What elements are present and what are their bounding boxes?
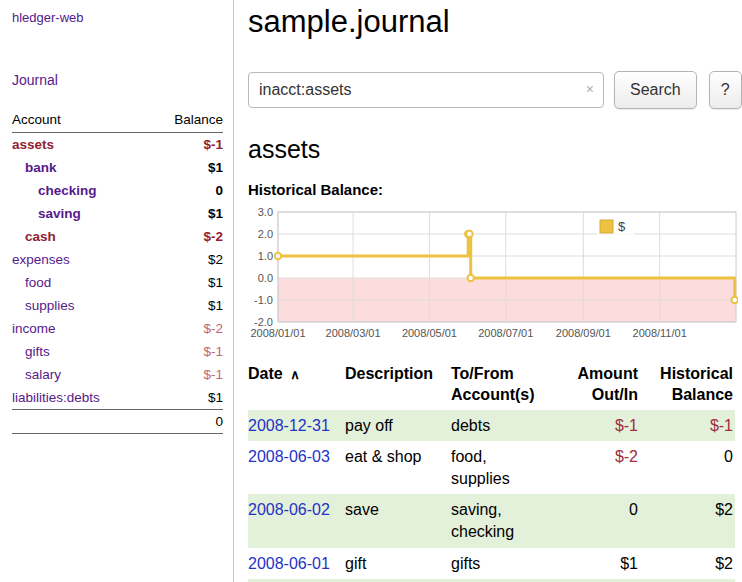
help-button[interactable]: ?	[709, 71, 742, 109]
search-input[interactable]	[248, 72, 604, 108]
transaction-date-link[interactable]: 2008-12-31	[248, 417, 330, 434]
account-row: bank$1	[12, 156, 223, 179]
transaction-date-link[interactable]: 2008-06-01	[248, 555, 330, 572]
transaction-date-cell: 2008-12-31	[248, 410, 345, 442]
transaction-accounts: saving, checking	[451, 494, 550, 547]
account-name-cell: expenses	[12, 248, 148, 271]
account-link[interactable]: gifts	[12, 344, 50, 359]
x-tick-label: 2008/01/01	[250, 327, 305, 339]
x-tick-label: 2008/11/01	[633, 327, 687, 339]
accounts-header-row: Account Balance	[12, 109, 223, 133]
sort-ascending-icon: ∧	[287, 367, 300, 382]
register-row: 2008-06-02savesaving, checking0$2	[248, 494, 735, 547]
account-row: salary$-1	[12, 363, 223, 386]
app-title-link[interactable]: hledger-web	[12, 10, 84, 25]
account-link[interactable]: assets	[12, 137, 54, 152]
account-row: checking0	[12, 179, 223, 202]
account-name-cell: gifts	[12, 340, 148, 363]
transaction-description: gift	[345, 548, 451, 580]
transaction-date-cell: 2008-06-01	[248, 548, 345, 580]
account-link[interactable]: food	[12, 275, 51, 290]
transaction-description: eat & shop	[345, 441, 451, 494]
account-balance: $-1	[148, 340, 223, 363]
account-row: saving$1	[12, 202, 223, 225]
accounts-header-account: Account	[12, 109, 148, 133]
transaction-amount: $-2	[550, 441, 640, 494]
transaction-date-link[interactable]: 2008-06-03	[248, 448, 330, 465]
account-row: cash$-2	[12, 225, 223, 248]
transaction-description: save	[345, 494, 451, 547]
account-name-cell: assets	[12, 133, 148, 157]
account-balance: $-1	[148, 363, 223, 386]
account-balance: $-1	[148, 133, 223, 157]
x-tick-label: 2008/09/01	[556, 327, 611, 339]
account-name-cell: saving	[12, 202, 148, 225]
sidebar: hledger-web Journal Account Balance asse…	[0, 0, 234, 582]
accounts-header-balance: Balance	[148, 109, 223, 133]
transaction-date-cell: 2008-06-02	[248, 494, 345, 547]
register-col-date[interactable]: Date ∧	[248, 362, 345, 410]
account-heading: assets	[248, 135, 742, 164]
accounts-total-balance: 0	[148, 410, 223, 434]
account-link[interactable]: supplies	[12, 298, 75, 313]
account-balance: 0	[148, 179, 223, 202]
transaction-balance: $2	[640, 548, 735, 580]
account-row: assets$-1	[12, 133, 223, 157]
account-link[interactable]: checking	[12, 183, 97, 198]
register-row: 2008-06-03eat & shopfood, supplies$-20	[248, 441, 735, 494]
legend-label: $	[618, 219, 626, 234]
account-row: liabilities:debts$1	[12, 386, 223, 410]
account-link[interactable]: saving	[12, 206, 81, 221]
account-name-cell: income	[12, 317, 148, 340]
register-col-balance: Historical Balance	[640, 362, 735, 410]
register-table: Date ∧DescriptionTo/From Account(s)Amoun…	[248, 362, 735, 582]
account-link[interactable]: liabilities:debts	[12, 390, 100, 405]
account-link[interactable]: expenses	[12, 252, 70, 267]
transaction-description: pay off	[345, 410, 451, 442]
search-button[interactable]: Search	[614, 71, 697, 109]
app-title: hledger-web	[12, 10, 223, 25]
y-tick-label: 3.0	[258, 206, 273, 218]
nav-journal-link[interactable]: Journal	[12, 72, 58, 88]
chart-point	[732, 297, 738, 303]
register-header-row: Date ∧DescriptionTo/From Account(s)Amoun…	[248, 362, 735, 410]
search-box: ×	[248, 72, 604, 108]
y-tick-label: 1.0	[258, 250, 273, 262]
chart-heading: Historical Balance:	[248, 181, 742, 198]
account-name-cell: salary	[12, 363, 148, 386]
register-col-amount: Amount Out/In	[550, 362, 640, 410]
search-form: × Search ?	[248, 71, 742, 109]
chart-legend: $	[597, 217, 634, 237]
transaction-amount: $1	[550, 548, 640, 580]
y-tick-label: 0.0	[258, 272, 273, 284]
account-row: income$-2	[12, 317, 223, 340]
account-link[interactable]: salary	[12, 367, 61, 382]
account-name-cell: bank	[12, 156, 148, 179]
x-tick-label: 2008/05/01	[402, 327, 457, 339]
account-name-cell: food	[12, 271, 148, 294]
account-row: food$1	[12, 271, 223, 294]
account-link[interactable]: income	[12, 321, 56, 336]
historical-balance-chart: 3.02.01.00.0-1.0-2.02008/01/012008/03/01…	[248, 206, 738, 346]
account-link[interactable]: cash	[12, 229, 56, 244]
y-tick-label: -1.0	[254, 294, 273, 306]
accounts-table: Account Balance assets$-1bank$1checking0…	[12, 109, 223, 434]
x-tick-label: 2008/03/01	[326, 327, 381, 339]
account-balance: $1	[148, 202, 223, 225]
account-name-cell: supplies	[12, 294, 148, 317]
transaction-amount: $-1	[550, 410, 640, 442]
clear-search-icon[interactable]: ×	[586, 81, 594, 97]
transaction-accounts: food, supplies	[451, 441, 550, 494]
account-balance: $1	[148, 294, 223, 317]
register-row: 2008-06-01giftgifts$1$2	[248, 548, 735, 580]
transaction-accounts: gifts	[451, 548, 550, 580]
account-link[interactable]: bank	[12, 160, 57, 175]
account-name-cell: liabilities:debts	[12, 386, 148, 410]
chart-point	[275, 253, 281, 259]
transaction-date-link[interactable]: 2008-06-02	[248, 501, 330, 518]
account-name-cell: cash	[12, 225, 148, 248]
transaction-balance: $-1	[640, 410, 735, 442]
chart-point	[468, 275, 474, 281]
account-balance: $1	[148, 271, 223, 294]
account-name-cell: checking	[12, 179, 148, 202]
